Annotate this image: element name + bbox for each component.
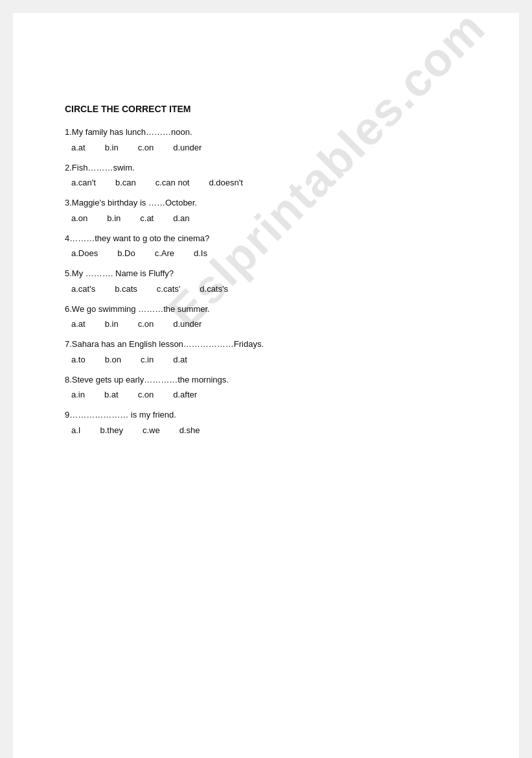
question-text-q2: 2.Fish………swim. (65, 161, 467, 174)
option-q8-2: c.on (138, 390, 154, 399)
option-q5-0: a.cat's (71, 284, 95, 294)
option-q1-2: c.on (138, 143, 154, 152)
option-q7-1: b.on (105, 355, 121, 364)
content-area: CIRCLE THE CORRECT ITEM 1.My family has … (65, 104, 467, 435)
worksheet-page: Eslprintables.com CIRCLE THE CORRECT ITE… (13, 13, 519, 758)
option-q8-0: a.in (71, 390, 85, 399)
question-text-q6: 6.We go swimming ………the summer. (65, 303, 467, 316)
options-row-q2: a.can'tb.canc.can notd.doesn't (65, 178, 467, 187)
questions-container: 1.My family has lunch………noon.a.atb.inc.o… (65, 126, 467, 435)
option-q9-3: d.she (179, 425, 200, 435)
option-q2-3: d.doesn't (209, 178, 242, 187)
question-text-q1: 1.My family has lunch………noon. (65, 126, 467, 139)
question-text-q9: 9………………… is my friend. (65, 409, 467, 421)
option-q9-0: a.I (71, 425, 80, 435)
option-q2-2: c.can not (156, 178, 190, 187)
option-q1-1: b.in (105, 143, 119, 152)
options-row-q4: a.Doesb.Doc.Ared.Is (65, 248, 467, 258)
worksheet-title: CIRCLE THE CORRECT ITEM (65, 104, 467, 114)
question-text-q7: 7.Sahara has an English lesson………………Frid… (65, 338, 467, 351)
option-q1-3: d.under (173, 143, 202, 152)
option-q4-0: a.Does (71, 248, 98, 258)
options-row-q1: a.atb.inc.ond.under (65, 143, 467, 152)
question-block-q2: 2.Fish………swim.a.can'tb.canc.can notd.doe… (65, 161, 467, 188)
option-q5-2: c.cats' (157, 284, 180, 294)
question-text-q8: 8.Steve gets up early…………the mornings. (65, 373, 467, 386)
option-q6-2: c.on (138, 319, 154, 329)
option-q7-0: a.to (71, 355, 86, 364)
question-block-q8: 8.Steve gets up early…………the mornings.a.… (65, 373, 467, 400)
option-q7-3: d.at (173, 355, 187, 364)
options-row-q9: a.Ib.theyc.wed.she (65, 425, 467, 435)
options-row-q7: a.tob.onc.ind.at (65, 355, 467, 364)
options-row-q5: a.cat'sb.catsc.cats'd.cats's (65, 284, 467, 294)
option-q5-1: b.cats (115, 284, 137, 294)
options-row-q6: a.atb.inc.ond.under (65, 319, 467, 329)
option-q3-0: a.on (71, 213, 87, 223)
option-q6-0: a.at (71, 319, 86, 329)
option-q9-2: c.we (143, 425, 160, 435)
question-block-q3: 3.Maggie's birthday is ……October.a.onb.i… (65, 196, 467, 223)
question-block-q4: 4………they want to g oto the cinema?a.Does… (65, 232, 467, 259)
option-q3-3: d.an (173, 213, 189, 223)
question-block-q5: 5.My ………. Name is Fluffy?a.cat'sb.catsc.… (65, 267, 467, 294)
question-text-q5: 5.My ………. Name is Fluffy? (65, 267, 467, 280)
option-q8-3: d.after (173, 390, 197, 399)
options-row-q3: a.onb.inc.atd.an (65, 213, 467, 223)
question-text-q3: 3.Maggie's birthday is ……October. (65, 196, 467, 209)
option-q3-2: c.at (140, 213, 154, 223)
option-q9-1: b.they (100, 425, 122, 435)
question-block-q6: 6.We go swimming ………the summer.a.atb.inc… (65, 303, 467, 329)
option-q6-1: b.in (105, 319, 119, 329)
option-q4-3: d.Is (194, 248, 207, 258)
option-q3-1: b.in (107, 213, 121, 223)
option-q2-1: b.can (115, 178, 136, 187)
question-block-q1: 1.My family has lunch………noon.a.atb.inc.o… (65, 126, 467, 152)
question-block-q7: 7.Sahara has an English lesson………………Frid… (65, 338, 467, 364)
option-q4-1: b.Do (117, 248, 135, 258)
option-q5-3: d.cats's (200, 284, 228, 294)
question-block-q9: 9………………… is my friend.a.Ib.theyc.wed.she (65, 409, 467, 435)
option-q6-3: d.under (173, 319, 202, 329)
option-q2-0: a.can't (71, 178, 96, 187)
option-q1-0: a.at (71, 143, 86, 152)
option-q4-2: c.Are (155, 248, 174, 258)
question-text-q4: 4………they want to g oto the cinema? (65, 232, 467, 245)
options-row-q8: a.inb.atc.ond.after (65, 390, 467, 399)
option-q7-2: c.in (141, 355, 154, 364)
option-q8-1: b.at (104, 390, 119, 399)
